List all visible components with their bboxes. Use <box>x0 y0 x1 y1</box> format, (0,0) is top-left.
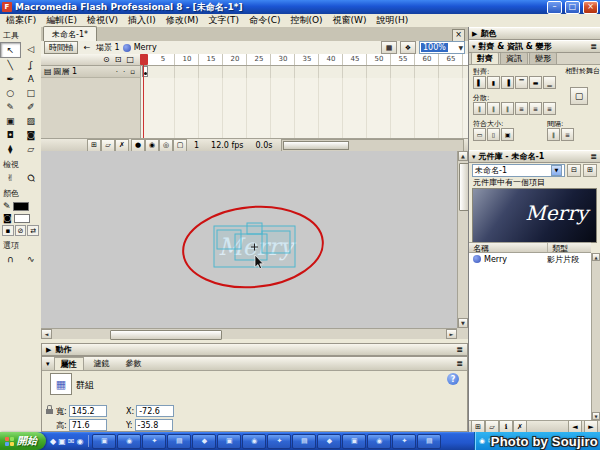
tab-align[interactable]: 對齊 <box>471 52 499 64</box>
dropdown-arrow-icon[interactable]: ▼ <box>551 165 562 176</box>
text-tool-button[interactable]: A <box>21 72 42 86</box>
hand-tool-button[interactable]: ✌ <box>0 171 21 185</box>
taskbar-task-button[interactable]: ✦ <box>392 434 416 449</box>
tab-info[interactable]: 資訊 <box>500 52 528 64</box>
taskbar-task-button[interactable]: ▤ <box>417 434 441 449</box>
taskbar-task-button[interactable]: ✦ <box>267 434 291 449</box>
brush-tool-button[interactable]: ✐ <box>21 100 42 114</box>
y-input[interactable]: -35.8 <box>135 419 173 431</box>
taskbar-task-button[interactable]: ▣ <box>92 434 116 449</box>
distribute-button[interactable]: ≡ <box>529 102 542 115</box>
column-kind[interactable]: 類型 <box>548 243 591 252</box>
timeline-toggle-button[interactable]: 時間軸 <box>44 41 78 54</box>
library-scrollbar[interactable]: ▲ ▼ <box>591 253 600 420</box>
taskbar-task-button[interactable]: ▣ <box>217 434 241 449</box>
taskbar-task-button[interactable]: ▤ <box>292 434 316 449</box>
align-button[interactable]: ▁ <box>543 76 556 89</box>
layer-name[interactable]: 圖層 1 <box>54 66 78 77</box>
scroll-down-icon[interactable]: ▼ <box>458 318 468 328</box>
frame-rate[interactable]: 12.0 fps <box>206 141 248 150</box>
minimize-button[interactable]: – <box>547 1 562 14</box>
breadcrumb-symbol[interactable]: Merry <box>134 43 157 52</box>
scroll-up-icon[interactable]: ▲ <box>592 253 600 261</box>
align-button[interactable]: ▐ <box>501 76 514 89</box>
collapse-arrow-icon[interactable]: ▶ <box>472 30 477 38</box>
align-button[interactable]: ▔ <box>515 76 528 89</box>
breadcrumb-scene[interactable]: 場景 1 <box>96 42 120 53</box>
panel-menu-icon[interactable]: ≣ <box>590 42 597 51</box>
scroll-down-icon[interactable]: ▼ <box>592 412 600 420</box>
snap-option-button[interactable]: ∩ <box>0 252 21 266</box>
onion-skin-button[interactable]: ● <box>131 139 145 152</box>
selection-tool-button[interactable]: ↖ <box>0 42 21 58</box>
scroll-left-icon[interactable]: ◄ <box>41 329 52 339</box>
eraser-tool-button[interactable]: ▱ <box>21 142 42 156</box>
rectangle-tool-button[interactable]: □ <box>21 86 42 100</box>
zoom-dropdown-icon[interactable]: ▼ <box>458 44 463 51</box>
horizontal-scroll-thumb[interactable] <box>110 330 222 340</box>
maximize-button[interactable]: □ <box>565 1 580 14</box>
timeline-scrollbar-thumb[interactable] <box>283 141 348 150</box>
edit-symbol-button[interactable]: ❖ <box>400 41 416 54</box>
align-button[interactable]: ▬ <box>529 76 542 89</box>
start-button[interactable]: 開始 <box>0 432 46 450</box>
no-color-button[interactable]: ⊘ <box>15 225 27 236</box>
panel-menu-icon[interactable]: ≣ <box>456 359 463 368</box>
tray-icon[interactable]: ◉ <box>479 437 485 445</box>
scroll-right-icon[interactable]: ► <box>446 329 457 339</box>
fill-swatch[interactable] <box>14 214 30 223</box>
taskbar-task-button[interactable]: ◆ <box>317 434 341 449</box>
match-size-button[interactable]: ▣ <box>501 128 514 141</box>
distribute-button[interactable]: ∥ <box>473 102 486 115</box>
back-arrow-icon[interactable]: ← <box>81 43 93 52</box>
show-hide-layers-icon[interactable]: ⊙ <box>103 55 110 64</box>
taskbar-task-button[interactable]: ◉ <box>367 434 391 449</box>
tab-properties[interactable]: 屬性 <box>54 357 84 370</box>
library-item-row[interactable]: Merry 影片片段 <box>469 253 591 265</box>
space-button[interactable]: ∥ <box>547 128 560 141</box>
distribute-button[interactable]: ∥ <box>501 102 514 115</box>
free-transform-tool-button[interactable]: ▣ <box>0 114 21 128</box>
stroke-swatch[interactable] <box>13 202 29 211</box>
match-size-button[interactable]: ▭ <box>473 128 486 141</box>
ink-bottle-tool-button[interactable]: ◘ <box>0 128 21 142</box>
timeline-scrollbar[interactable] <box>281 139 464 152</box>
taskbar-task-button[interactable]: ✦ <box>142 434 166 449</box>
help-icon[interactable]: ? <box>447 373 459 385</box>
taskbar-task-button[interactable]: ▣ <box>342 434 366 449</box>
menu-item[interactable]: 文字(T) <box>204 14 245 27</box>
taskbar-task-button[interactable]: ◆ <box>192 434 216 449</box>
distribute-button[interactable]: ≡ <box>515 102 528 115</box>
menu-item[interactable]: 視窗(W) <box>328 14 372 27</box>
match-size-button[interactable]: ▯ <box>487 128 500 141</box>
paint-bucket-tool-button[interactable]: ◙ <box>21 128 42 142</box>
onion-skin-button[interactable]: ◎ <box>159 139 173 152</box>
space-button[interactable]: ≡ <box>561 128 574 141</box>
collapse-arrow-icon[interactable]: ▶ <box>46 346 51 354</box>
selection-sub-bounds[interactable] <box>262 231 290 253</box>
default-colors-button[interactable]: ▪ <box>2 225 14 236</box>
smooth-option-button[interactable]: ∿ <box>21 252 42 266</box>
stage-canvas[interactable]: Merry <box>41 151 457 328</box>
panel-menu-icon[interactable]: ≣ <box>590 152 597 161</box>
onion-skin-button[interactable]: ◉ <box>145 139 159 152</box>
taskbar-task-button[interactable]: ▤ <box>167 434 191 449</box>
tab-parameters[interactable]: 參數 <box>120 358 148 369</box>
distribute-button[interactable]: ≡ <box>543 102 556 115</box>
edit-scene-button[interactable]: ▦ <box>381 41 397 54</box>
insert-layer-button[interactable]: ⊞ <box>87 139 101 152</box>
pencil-tool-button[interactable]: ✎ <box>0 100 21 114</box>
actions-panel-header[interactable]: ▶ 動作 ≣ <box>41 343 468 356</box>
swap-colors-button[interactable]: ⇄ <box>27 225 39 236</box>
distribute-button[interactable]: ∥ <box>487 102 500 115</box>
align-button[interactable]: ▮ <box>487 76 500 89</box>
quick-launch-icon[interactable]: ✉ <box>68 437 75 446</box>
quick-launch-icon[interactable]: ▣ <box>58 437 66 446</box>
layer-row[interactable]: ▤ 圖層 1 ··▫ <box>41 66 141 78</box>
onion-skin-button[interactable]: ▢ <box>173 139 187 152</box>
lasso-tool-button[interactable]: ʆ <box>21 58 42 72</box>
new-library-window-button[interactable]: ⊞ <box>583 164 597 177</box>
close-button[interactable]: × <box>583 1 598 14</box>
tab-transform[interactable]: 變形 <box>529 52 557 64</box>
collapse-arrow-icon[interactable]: ▾ <box>472 153 476 161</box>
